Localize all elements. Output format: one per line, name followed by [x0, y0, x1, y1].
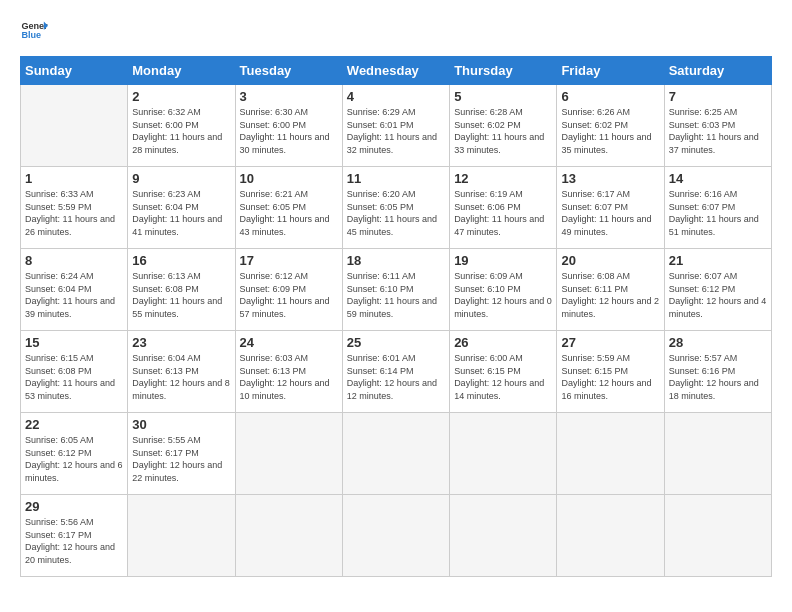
- day-number: 14: [669, 171, 767, 186]
- calendar-cell: 6Sunrise: 6:26 AM Sunset: 6:02 PM Daylig…: [557, 85, 664, 167]
- day-info: Sunrise: 5:57 AM Sunset: 6:16 PM Dayligh…: [669, 352, 767, 402]
- day-number: 28: [669, 335, 767, 350]
- header-monday: Monday: [128, 57, 235, 85]
- day-number: 2: [132, 89, 230, 104]
- calendar-cell: 27Sunrise: 5:59 AM Sunset: 6:15 PM Dayli…: [557, 331, 664, 413]
- calendar-cell: 3Sunrise: 6:30 AM Sunset: 6:00 PM Daylig…: [235, 85, 342, 167]
- day-number: 6: [561, 89, 659, 104]
- day-info: Sunrise: 6:11 AM Sunset: 6:10 PM Dayligh…: [347, 270, 445, 320]
- day-info: Sunrise: 6:29 AM Sunset: 6:01 PM Dayligh…: [347, 106, 445, 156]
- calendar-week-2: 8Sunrise: 6:24 AM Sunset: 6:04 PM Daylig…: [21, 249, 772, 331]
- day-info: Sunrise: 6:32 AM Sunset: 6:00 PM Dayligh…: [132, 106, 230, 156]
- day-info: Sunrise: 5:59 AM Sunset: 6:15 PM Dayligh…: [561, 352, 659, 402]
- header-sunday: Sunday: [21, 57, 128, 85]
- day-number: 5: [454, 89, 552, 104]
- calendar-cell: 19Sunrise: 6:09 AM Sunset: 6:10 PM Dayli…: [450, 249, 557, 331]
- calendar-week-3: 15Sunrise: 6:15 AM Sunset: 6:08 PM Dayli…: [21, 331, 772, 413]
- day-number: 15: [25, 335, 123, 350]
- day-number: 11: [347, 171, 445, 186]
- day-number: 4: [347, 89, 445, 104]
- day-info: Sunrise: 6:23 AM Sunset: 6:04 PM Dayligh…: [132, 188, 230, 238]
- calendar-cell: 12Sunrise: 6:19 AM Sunset: 6:06 PM Dayli…: [450, 167, 557, 249]
- calendar-cell: 25Sunrise: 6:01 AM Sunset: 6:14 PM Dayli…: [342, 331, 449, 413]
- day-info: Sunrise: 6:33 AM Sunset: 5:59 PM Dayligh…: [25, 188, 123, 238]
- day-info: Sunrise: 6:13 AM Sunset: 6:08 PM Dayligh…: [132, 270, 230, 320]
- day-number: 3: [240, 89, 338, 104]
- calendar-cell: 18Sunrise: 6:11 AM Sunset: 6:10 PM Dayli…: [342, 249, 449, 331]
- day-info: Sunrise: 6:07 AM Sunset: 6:12 PM Dayligh…: [669, 270, 767, 320]
- day-number: 13: [561, 171, 659, 186]
- calendar-week-5: 29Sunrise: 5:56 AM Sunset: 6:17 PM Dayli…: [21, 495, 772, 577]
- day-number: 20: [561, 253, 659, 268]
- calendar-cell: 30Sunrise: 5:55 AM Sunset: 6:17 PM Dayli…: [128, 413, 235, 495]
- day-number: 22: [25, 417, 123, 432]
- day-info: Sunrise: 5:56 AM Sunset: 6:17 PM Dayligh…: [25, 516, 123, 566]
- day-number: 25: [347, 335, 445, 350]
- day-info: Sunrise: 6:19 AM Sunset: 6:06 PM Dayligh…: [454, 188, 552, 238]
- calendar-cell: 23Sunrise: 6:04 AM Sunset: 6:13 PM Dayli…: [128, 331, 235, 413]
- header-thursday: Thursday: [450, 57, 557, 85]
- header-wednesday: Wednesday: [342, 57, 449, 85]
- calendar-cell: [342, 495, 449, 577]
- calendar-table: SundayMondayTuesdayWednesdayThursdayFrid…: [20, 56, 772, 577]
- calendar-cell: [557, 413, 664, 495]
- calendar-header: SundayMondayTuesdayWednesdayThursdayFrid…: [21, 57, 772, 85]
- day-number: 19: [454, 253, 552, 268]
- calendar-week-1: 1Sunrise: 6:33 AM Sunset: 5:59 PM Daylig…: [21, 167, 772, 249]
- day-info: Sunrise: 6:12 AM Sunset: 6:09 PM Dayligh…: [240, 270, 338, 320]
- day-number: 23: [132, 335, 230, 350]
- calendar-cell: [450, 495, 557, 577]
- calendar-cell: 13Sunrise: 6:17 AM Sunset: 6:07 PM Dayli…: [557, 167, 664, 249]
- calendar-cell: 29Sunrise: 5:56 AM Sunset: 6:17 PM Dayli…: [21, 495, 128, 577]
- calendar-cell: 7Sunrise: 6:25 AM Sunset: 6:03 PM Daylig…: [664, 85, 771, 167]
- calendar-cell: 5Sunrise: 6:28 AM Sunset: 6:02 PM Daylig…: [450, 85, 557, 167]
- day-info: Sunrise: 5:55 AM Sunset: 6:17 PM Dayligh…: [132, 434, 230, 484]
- day-number: 24: [240, 335, 338, 350]
- calendar-cell: [664, 413, 771, 495]
- day-number: 7: [669, 89, 767, 104]
- day-number: 18: [347, 253, 445, 268]
- calendar-week-0: 2Sunrise: 6:32 AM Sunset: 6:00 PM Daylig…: [21, 85, 772, 167]
- logo: General Blue: [20, 16, 48, 44]
- calendar-cell: 24Sunrise: 6:03 AM Sunset: 6:13 PM Dayli…: [235, 331, 342, 413]
- calendar-cell: [21, 85, 128, 167]
- day-info: Sunrise: 6:05 AM Sunset: 6:12 PM Dayligh…: [25, 434, 123, 484]
- day-info: Sunrise: 6:09 AM Sunset: 6:10 PM Dayligh…: [454, 270, 552, 320]
- day-info: Sunrise: 6:17 AM Sunset: 6:07 PM Dayligh…: [561, 188, 659, 238]
- calendar-cell: 8Sunrise: 6:24 AM Sunset: 6:04 PM Daylig…: [21, 249, 128, 331]
- calendar-cell: 9Sunrise: 6:23 AM Sunset: 6:04 PM Daylig…: [128, 167, 235, 249]
- day-info: Sunrise: 6:16 AM Sunset: 6:07 PM Dayligh…: [669, 188, 767, 238]
- calendar-cell: 4Sunrise: 6:29 AM Sunset: 6:01 PM Daylig…: [342, 85, 449, 167]
- calendar-cell: 28Sunrise: 5:57 AM Sunset: 6:16 PM Dayli…: [664, 331, 771, 413]
- header-saturday: Saturday: [664, 57, 771, 85]
- day-number: 30: [132, 417, 230, 432]
- day-number: 26: [454, 335, 552, 350]
- calendar-cell: 11Sunrise: 6:20 AM Sunset: 6:05 PM Dayli…: [342, 167, 449, 249]
- calendar-cell: 21Sunrise: 6:07 AM Sunset: 6:12 PM Dayli…: [664, 249, 771, 331]
- calendar-cell: [450, 413, 557, 495]
- calendar-cell: 1Sunrise: 6:33 AM Sunset: 5:59 PM Daylig…: [21, 167, 128, 249]
- calendar-cell: 17Sunrise: 6:12 AM Sunset: 6:09 PM Dayli…: [235, 249, 342, 331]
- day-number: 1: [25, 171, 123, 186]
- day-info: Sunrise: 6:03 AM Sunset: 6:13 PM Dayligh…: [240, 352, 338, 402]
- day-number: 10: [240, 171, 338, 186]
- calendar-cell: [235, 495, 342, 577]
- day-number: 21: [669, 253, 767, 268]
- header-friday: Friday: [557, 57, 664, 85]
- day-info: Sunrise: 6:30 AM Sunset: 6:00 PM Dayligh…: [240, 106, 338, 156]
- calendar-cell: 10Sunrise: 6:21 AM Sunset: 6:05 PM Dayli…: [235, 167, 342, 249]
- calendar-cell: 14Sunrise: 6:16 AM Sunset: 6:07 PM Dayli…: [664, 167, 771, 249]
- day-number: 17: [240, 253, 338, 268]
- calendar-cell: [342, 413, 449, 495]
- day-number: 27: [561, 335, 659, 350]
- header-tuesday: Tuesday: [235, 57, 342, 85]
- calendar-cell: 15Sunrise: 6:15 AM Sunset: 6:08 PM Dayli…: [21, 331, 128, 413]
- calendar-week-4: 22Sunrise: 6:05 AM Sunset: 6:12 PM Dayli…: [21, 413, 772, 495]
- day-info: Sunrise: 6:01 AM Sunset: 6:14 PM Dayligh…: [347, 352, 445, 402]
- calendar-cell: 2Sunrise: 6:32 AM Sunset: 6:00 PM Daylig…: [128, 85, 235, 167]
- day-info: Sunrise: 6:08 AM Sunset: 6:11 PM Dayligh…: [561, 270, 659, 320]
- calendar-cell: [235, 413, 342, 495]
- day-number: 12: [454, 171, 552, 186]
- day-info: Sunrise: 6:00 AM Sunset: 6:15 PM Dayligh…: [454, 352, 552, 402]
- calendar-cell: 20Sunrise: 6:08 AM Sunset: 6:11 PM Dayli…: [557, 249, 664, 331]
